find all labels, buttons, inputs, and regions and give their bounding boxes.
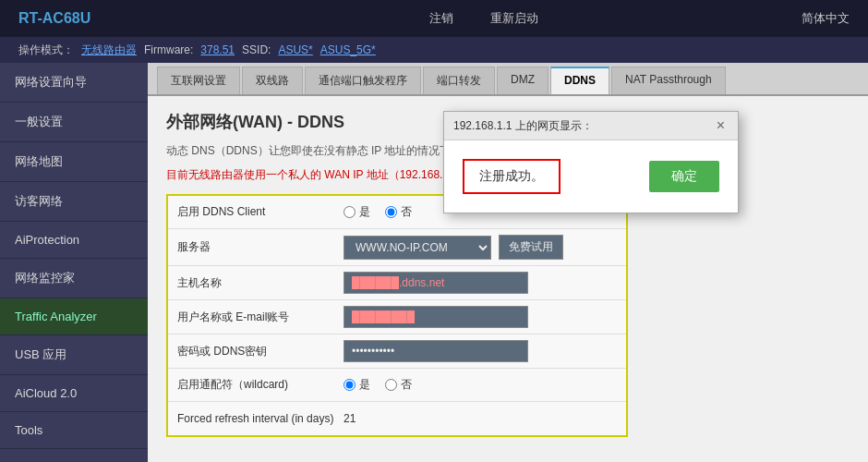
refresh-interval-value: 21 xyxy=(344,412,356,425)
sidebar-item-traffic-analyzer[interactable]: Traffic Analyzer xyxy=(0,298,148,335)
brand-logo: RT-AC68U xyxy=(18,10,166,27)
wildcard-yes-radio[interactable] xyxy=(344,379,356,391)
wildcard-no-radio[interactable] xyxy=(385,379,397,391)
form-row-server: 服务器 WWW.NO-IP.COM 免费试用 xyxy=(168,229,626,266)
password-control xyxy=(344,340,528,362)
server-control: WWW.NO-IP.COM 免费试用 xyxy=(344,235,563,260)
hostname-input[interactable] xyxy=(344,272,528,294)
wildcard-no-text: 否 xyxy=(401,377,412,393)
enable-ddns-yes-text: 是 xyxy=(359,204,370,220)
firmware-label: Firmware: xyxy=(144,43,193,56)
sidebar-item-ai-protection[interactable]: AiProtection xyxy=(0,222,148,259)
dialog-body: 注册成功。 确定 xyxy=(444,140,738,213)
enable-ddns-control: 是 否 xyxy=(344,204,412,220)
enable-ddns-label: 启用 DDNS Client xyxy=(177,204,344,220)
wildcard-label: 启用通配符（wildcard) xyxy=(177,377,344,393)
sidebar-item-network-setup-wizard[interactable]: 网络设置向导 xyxy=(0,63,148,103)
wildcard-no-label[interactable]: 否 xyxy=(385,377,412,393)
language-selector[interactable]: 简体中文 xyxy=(802,10,850,27)
hostname-control xyxy=(344,272,528,294)
sidebar-item-general-settings[interactable]: 一般设置 xyxy=(0,103,148,142)
mode-label: 操作模式： xyxy=(18,43,74,58)
username-label: 用户名称或 E-mail账号 xyxy=(177,310,344,325)
ssid-label: SSID: xyxy=(242,43,271,56)
tab-port-forwarding[interactable]: 端口转发 xyxy=(423,67,495,94)
tab-nat-passthrough[interactable]: NAT Passthrough xyxy=(611,67,726,94)
top-links: 注销 重新启动 xyxy=(166,10,802,27)
enable-ddns-yes-label[interactable]: 是 xyxy=(344,204,370,220)
password-input[interactable] xyxy=(344,340,528,362)
free-trial-button[interactable]: 免费试用 xyxy=(499,235,563,260)
form-row-password: 密码或 DDNS密钥 xyxy=(168,334,626,369)
enable-ddns-radio-group: 是 否 xyxy=(344,204,412,220)
dialog-message: 注册成功。 xyxy=(463,159,561,194)
firmware-version[interactable]: 378.51 xyxy=(200,43,235,56)
dialog-ok-button[interactable]: 确定 xyxy=(649,161,719,192)
form-row-refresh-interval: Forced refresh interval (in days) 21 xyxy=(168,402,626,435)
reboot-link[interactable]: 重新启动 xyxy=(490,10,538,27)
ssid1-value[interactable]: ASUS* xyxy=(278,43,312,56)
refresh-interval-control: 21 xyxy=(344,412,356,425)
hostname-label: 主机名称 xyxy=(177,275,344,291)
sidebar-item-usb-apps[interactable]: USB 应用 xyxy=(0,335,148,375)
tab-ddns[interactable]: DDNS xyxy=(550,67,609,94)
top-bar: RT-AC68U 注销 重新启动 简体中文 xyxy=(0,0,868,37)
ddns-form: 启用 DDNS Client 是 否 xyxy=(166,194,628,437)
form-row-wildcard: 启用通配符（wildcard) 是 否 xyxy=(168,369,626,402)
refresh-interval-label: Forced refresh interval (in days) xyxy=(177,412,344,425)
mode-value[interactable]: 无线路由器 xyxy=(81,43,137,58)
tab-bar: 互联网设置 双线路 通信端口触发程序 端口转发 DMZ DDNS NAT Pas… xyxy=(148,63,868,96)
sidebar-item-aicloud[interactable]: AiCloud 2.0 xyxy=(0,375,148,412)
tab-internet-settings[interactable]: 互联网设置 xyxy=(157,67,240,94)
wildcard-control: 是 否 xyxy=(344,377,412,393)
enable-ddns-no-text: 否 xyxy=(401,204,412,220)
dialog-title-bar: 192.168.1.1 上的网页显示： × xyxy=(444,112,738,140)
tab-port-trigger[interactable]: 通信端口触发程序 xyxy=(305,67,421,94)
wildcard-yes-label[interactable]: 是 xyxy=(344,377,370,393)
server-label: 服务器 xyxy=(177,239,344,255)
tab-dual-wan[interactable]: 双线路 xyxy=(242,67,303,94)
sidebar-item-network-monitor[interactable]: 网络监控家 xyxy=(0,259,148,298)
enable-ddns-yes-radio[interactable] xyxy=(344,206,356,218)
sidebar-item-network-map[interactable]: 网络地图 xyxy=(0,142,148,182)
info-bar: 操作模式： 无线路由器 Firmware: 378.51 SSID: ASUS*… xyxy=(0,37,868,63)
enable-ddns-no-label[interactable]: 否 xyxy=(385,204,412,220)
server-select[interactable]: WWW.NO-IP.COM xyxy=(344,236,491,260)
alert-dialog: 192.168.1.1 上的网页显示： × 注册成功。 确定 xyxy=(443,111,739,213)
password-label: 密码或 DDNS密钥 xyxy=(177,344,344,359)
dialog-title-text: 192.168.1.1 上的网页显示： xyxy=(453,118,593,134)
username-input[interactable] xyxy=(344,306,528,328)
sidebar-item-tools[interactable]: Tools xyxy=(0,412,148,449)
form-row-hostname: 主机名称 xyxy=(168,266,626,300)
sidebar: 网络设置向导 一般设置 网络地图 访客网络 AiProtection 网络监控家… xyxy=(0,63,148,462)
username-control xyxy=(344,306,528,328)
sidebar-item-guest-network[interactable]: 访客网络 xyxy=(0,182,148,222)
wildcard-radio-group: 是 否 xyxy=(344,377,412,393)
enable-ddns-no-radio[interactable] xyxy=(385,206,397,218)
dialog-close-button[interactable]: × xyxy=(713,117,729,134)
tab-dmz[interactable]: DMZ xyxy=(497,67,549,94)
logout-link[interactable]: 注销 xyxy=(429,10,453,27)
form-row-username: 用户名称或 E-mail账号 xyxy=(168,300,626,334)
ssid2-value[interactable]: ASUS_5G* xyxy=(320,43,376,56)
wildcard-yes-text: 是 xyxy=(359,377,370,393)
